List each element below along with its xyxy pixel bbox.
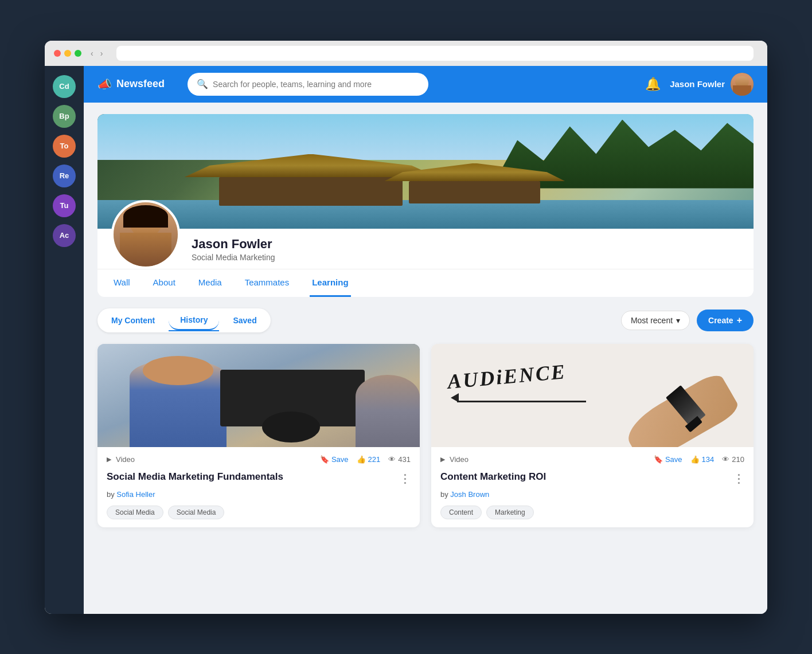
sidebar-item-to[interactable]: To [53,135,76,158]
card-2-save[interactable]: 🔖 Save [654,455,682,464]
card-1-image [97,344,420,447]
tab-about[interactable]: About [151,269,178,297]
nav-logo: 📣 Newsfeed [97,77,165,91]
profile-avatar-wrapper [111,200,180,269]
sidebar-item-tu[interactable]: Tu [53,194,76,217]
profile-info-bar: Jason Fowler Social Media Marketing [97,229,754,269]
browser-window: ‹ › Cd Bp To Re Tu Ac 📣 Newsfeed 🔍 [45,41,767,614]
sort-label: Most recent [631,316,673,325]
bell-icon[interactable]: 🔔 [645,77,661,92]
tab-teammates[interactable]: Teammates [243,269,292,297]
card-1-save[interactable]: 🔖 Save [320,455,349,464]
filter-area: Most recent ▾ Create + [621,310,754,331]
profile-avatar[interactable] [111,200,180,269]
card-1-body: ▶ Video 🔖 Save 👍 221 [97,447,420,527]
like-icon-2: 👍 [690,455,700,464]
hut2-body [409,181,540,203]
profile-name-area: Jason Fowler Social Media Marketing [180,230,740,269]
card-1-actions: 🔖 Save 👍 221 👁 431 [320,455,411,464]
card-2-type: Video [450,455,469,464]
chevron-down-icon: ▾ [676,316,680,325]
card-2-tag-0[interactable]: Content [440,506,482,519]
megaphone-icon: 📣 [97,77,112,91]
card-1-tag-1[interactable]: Social Media [168,506,225,519]
card-2-image: AUDiENCE [431,344,754,447]
browser-dots [54,50,81,57]
card-1-meta: ▶ Video 🔖 Save 👍 221 [107,455,411,464]
view-icon: 👁 [388,455,396,464]
url-bar[interactable] [116,46,754,61]
play-icon: ▶ [107,456,111,463]
tab-learning[interactable]: Learning [310,269,350,297]
back-button[interactable]: ‹ [88,48,96,59]
card-1: ▶ Video 🔖 Save 👍 221 [97,344,420,527]
cards-grid: ▶ Video 🔖 Save 👍 221 [97,344,754,527]
tab-wall[interactable]: Wall [111,269,132,297]
close-dot[interactable] [54,50,61,57]
avatar[interactable] [731,73,754,96]
card-1-more-button[interactable]: ⋮ [399,471,411,485]
profile-tabs: Wall About Media Teammates Learning [97,269,754,297]
hut2-roof [385,163,565,182]
card-2-author-link[interactable]: Josh Brown [450,490,489,499]
card-2-tags: Content Marketing [440,506,744,519]
card-1-title-row: Social Media Marketing Fundamentals ⋮ [107,471,411,485]
search-input[interactable] [213,80,419,89]
hut-secondary [393,163,557,203]
sidebar: Cd Bp To Re Tu Ac [45,66,84,614]
nav-user: Jason Fowler [670,73,754,96]
card-2-title: Content Marketing ROI [440,471,728,483]
like-icon: 👍 [357,455,366,464]
card-2-meta: ▶ Video 🔖 Save 👍 134 [440,455,744,464]
browser-chrome: ‹ › [45,41,767,66]
view-icon-2: 👁 [722,455,729,464]
banner-image [97,114,754,229]
content-area: Jason Fowler Social Media Marketing Wall… [84,103,767,614]
tab-saved[interactable]: Saved [221,311,268,330]
card-2-likes[interactable]: 👍 134 [690,455,715,464]
minimize-dot[interactable] [64,50,71,57]
sidebar-item-ac[interactable]: Ac [53,224,76,247]
profile-banner [97,114,754,229]
sidebar-item-re[interactable]: Re [53,165,76,187]
card-1-views: 👁 431 [388,455,411,464]
card-1-author: by Sofia Heller [107,490,411,499]
forward-button[interactable]: › [98,48,106,59]
sort-button[interactable]: Most recent ▾ [621,311,690,330]
card-1-tag-0[interactable]: Social Media [107,506,163,519]
sidebar-item-cd[interactable]: Cd [53,75,76,98]
expand-dot[interactable] [75,50,81,57]
profile-subtitle: Social Media Marketing [192,253,728,262]
main-area: 📣 Newsfeed 🔍 🔔 Jason Fowler [84,66,767,614]
sidebar-item-bp[interactable]: Bp [53,105,76,128]
search-bar[interactable]: 🔍 [188,73,428,96]
play-icon-2: ▶ [440,456,445,463]
card-2: AUDiENCE [431,344,754,527]
card-1-title: Social Media Marketing Fundamentals [107,471,395,483]
bookmark-icon: 🔖 [320,455,329,464]
content-tab-group: My Content History Saved [97,308,271,332]
tab-history[interactable]: History [169,311,219,330]
card-1-likes[interactable]: 👍 221 [357,455,381,464]
create-button[interactable]: Create + [697,310,754,331]
search-icon: 🔍 [197,79,208,89]
card-2-more-button[interactable]: ⋮ [733,471,744,485]
card-2-body: ▶ Video 🔖 Save 👍 134 [431,447,754,527]
profile-card: Jason Fowler Social Media Marketing Wall… [97,114,754,297]
card-1-author-link[interactable]: Sofia Heller [116,490,155,499]
tab-media[interactable]: Media [196,269,224,297]
tab-my-content[interactable]: My Content [100,311,166,330]
nav-logo-label: Newsfeed [116,78,165,90]
plus-icon: + [737,315,742,326]
podcast-image [97,344,420,447]
card-2-actions: 🔖 Save 👍 134 👁 210 [654,455,744,464]
top-nav: 📣 Newsfeed 🔍 🔔 Jason Fowler [84,66,767,103]
nav-user-name: Jason Fowler [670,79,725,89]
user-avatar-img [731,73,754,96]
hut-body [219,177,403,206]
card-1-tags: Social Media Social Media [107,506,411,519]
card-2-author: by Josh Brown [440,490,744,499]
app-container: Cd Bp To Re Tu Ac 📣 Newsfeed 🔍 🔔 [45,66,767,614]
card-2-tag-1[interactable]: Marketing [486,506,534,519]
bookmark-icon-2: 🔖 [654,455,663,464]
